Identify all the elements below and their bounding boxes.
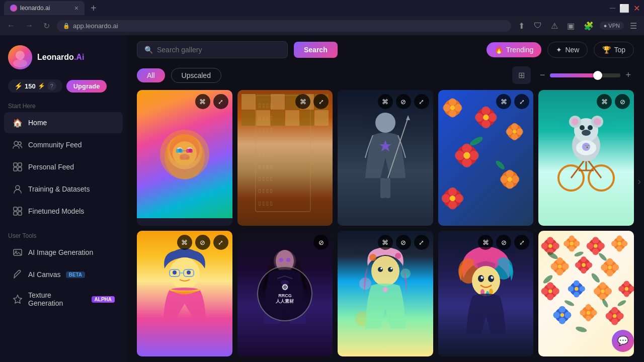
sidebar-item-personal-feed[interactable]: Personal Feed <box>4 156 123 177</box>
token-info-button[interactable]: ? <box>47 81 56 90</box>
svg-point-79 <box>448 188 457 196</box>
reload-button[interactable]: ↻ <box>40 20 53 32</box>
search-input[interactable] <box>157 46 280 54</box>
dislike-button-anime[interactable]: ⊘ <box>195 235 210 250</box>
svg-point-184 <box>598 252 608 262</box>
zoom-in-button[interactable]: + <box>622 69 634 81</box>
remix-button-warrior[interactable]: ⌘ <box>378 94 393 109</box>
svg-point-121 <box>388 267 393 272</box>
expand-button-warrior[interactable]: ⤢ <box>414 94 429 109</box>
svg-point-1 <box>16 51 25 60</box>
sparkle-icon: ✦ <box>556 46 562 54</box>
svg-point-84 <box>468 135 484 147</box>
svg-rect-26 <box>176 149 183 153</box>
dislike-button-pink[interactable]: ⊘ <box>396 235 411 250</box>
item-overlay-anime-girl: ⌘ ⊘ ⤢ <box>177 235 228 250</box>
dislike-button-koala[interactable]: ⊘ <box>615 94 630 109</box>
trending-button[interactable]: 🔥 Trending <box>487 42 542 57</box>
sidebar-toggle[interactable]: ▣ <box>564 20 578 32</box>
svg-text:𓉐 𓈎 𓎡 𓋹: 𓉐 𓈎 𓎡 𓋹 <box>258 139 272 146</box>
remix-button-colorful[interactable]: ⌘ <box>478 235 493 250</box>
dislike-button-warrior[interactable]: ⊘ <box>396 94 411 109</box>
remix-button-pink[interactable]: ⌘ <box>378 235 393 250</box>
personal-feed-icon <box>12 161 23 172</box>
sidebar-item-ai-image[interactable]: AI Image Generation <box>4 242 123 263</box>
share-button[interactable]: ⬆ <box>515 20 528 32</box>
token-count: ⚡ 150 ⚡ ? <box>8 79 62 93</box>
trophy-icon: 🏆 <box>602 46 611 54</box>
win-close[interactable]: ✕ <box>633 4 640 13</box>
sidebar-item-training[interactable]: Training & Datasets <box>4 178 123 200</box>
expand-button-hieroglyphs[interactable]: ⤢ <box>313 94 329 109</box>
gallery-item-colorful-girl[interactable]: ⌘ ⊘ ⤢ <box>438 231 534 356</box>
sidebar-item-texture[interactable]: Texture Generation ALPHA <box>4 286 123 312</box>
sidebar-item-finetuned[interactable]: Finetuned Models <box>4 201 123 222</box>
sidebar-item-community-feed[interactable]: Community Feed <box>4 134 123 155</box>
win-minimize[interactable]: ─ <box>610 4 615 13</box>
address-bar[interactable]: 🔒 app.leonardo.ai <box>57 20 511 32</box>
sidebar-item-home[interactable]: 🏠 Home <box>4 112 123 133</box>
svg-point-80 <box>455 194 463 203</box>
upgrade-button[interactable]: Upgrade <box>66 80 107 93</box>
svg-point-144 <box>553 243 559 249</box>
back-button[interactable]: ← <box>4 20 18 31</box>
remix-button-lion[interactable]: ⌘ <box>195 94 210 109</box>
alert-button[interactable]: ⚠ <box>548 20 561 32</box>
new-button[interactable]: ✦ New <box>547 42 588 58</box>
expand-button-anime[interactable]: ⤢ <box>213 235 228 250</box>
zoom-slider[interactable] <box>550 73 620 77</box>
gallery-item-anime-girl[interactable]: ⌘ ⊘ ⤢ <box>137 231 232 356</box>
remix-button-flowers[interactable]: ⌘ <box>496 94 511 109</box>
svg-point-123 <box>390 267 392 269</box>
svg-point-100 <box>588 125 593 130</box>
extensions-button[interactable]: 🧩 <box>581 20 597 32</box>
sidebar-home-label: Home <box>28 119 47 127</box>
svg-point-83 <box>450 196 455 201</box>
zoom-out-button[interactable]: − <box>537 69 548 81</box>
forward-button[interactable]: → <box>22 20 36 31</box>
svg-point-157 <box>594 244 598 248</box>
svg-point-204 <box>624 281 629 286</box>
expand-button-lion[interactable]: ⤢ <box>213 94 228 109</box>
sidebar-ai-canvas-label: AI Canvas <box>28 270 61 279</box>
gallery-item-lion[interactable]: ⌘ ⤢ <box>137 90 232 226</box>
svg-point-53 <box>450 106 454 110</box>
svg-point-135 <box>482 277 483 278</box>
item-overlay-pink-girl: ⌘ ⊘ ⤢ <box>378 235 429 250</box>
gallery-item-dark-warrior[interactable]: ⊘ ⚙ RRCG 人人素材 <box>237 231 333 356</box>
expand-button-dark[interactable]: ⊘ <box>313 235 329 250</box>
menu-button[interactable]: ☰ <box>627 20 640 32</box>
win-maximize[interactable]: ⬜ <box>619 4 629 13</box>
token-icon: ⚡ <box>14 82 23 90</box>
sidebar-item-ai-canvas[interactable]: AI Canvas BETA <box>4 264 123 285</box>
dislike-button-colorful[interactable]: ⊘ <box>496 235 511 250</box>
expand-button-pink[interactable]: ⤢ <box>414 235 429 250</box>
svg-point-122 <box>380 267 382 269</box>
shield-button[interactable]: 🛡 <box>531 20 545 31</box>
tab-close-button[interactable]: × <box>74 4 78 12</box>
gallery-item-pink-girl[interactable]: ⌘ ⊘ ⤢ <box>338 231 433 356</box>
search-button[interactable]: Search <box>294 42 338 58</box>
top-button[interactable]: 🏆 Top <box>594 42 634 58</box>
active-tab[interactable]: leonardo.ai × <box>4 1 85 15</box>
filter-all-button[interactable]: All <box>137 68 165 82</box>
remix-button-koala[interactable]: ⌘ <box>597 94 612 109</box>
gallery-item-flowers[interactable]: ⌘ ⤢ <box>438 90 534 226</box>
expand-button-flowers[interactable]: ⤢ <box>514 94 529 109</box>
sidebar-ai-image-label: AI Image Generation <box>28 248 93 256</box>
filter-upscaled-button[interactable]: Upscaled <box>171 68 221 83</box>
expand-button-colorful[interactable]: ⤢ <box>514 235 529 250</box>
chat-bubble-button[interactable]: 💬 <box>612 330 634 352</box>
svg-text:🐨: 🐨 <box>585 144 590 149</box>
svg-point-172 <box>581 268 587 274</box>
new-tab-button[interactable]: + <box>87 3 101 14</box>
gallery-item-hieroglyphs[interactable]: 𓂀 𓆣 𓇋 𓅓 𓏏 𓊪 𓄿 𓈖 𓆑 𓇯 𓏞 𓋴 𓉐 𓈎 𓎡 𓋹 𓂋 𓏤 𓊃 𓍢 … <box>237 90 333 226</box>
tab-bar: leonardo.ai × + ─ ⬜ ✕ <box>0 0 644 16</box>
remix-button-hieroglyphs[interactable]: ⌘ <box>295 94 310 109</box>
grid-view-button[interactable]: ⊞ <box>514 68 529 82</box>
remix-button-anime[interactable]: ⌘ <box>177 235 192 250</box>
gallery-item-koala[interactable]: 🐨 ⌘ ⊘ <box>538 90 634 226</box>
finetuned-icon <box>12 206 23 217</box>
top-bar: 🔍 Search 🔥 Trending ✦ New 🏆 Top <box>127 35 644 64</box>
gallery-item-warrior[interactable]: ⌘ ⊘ ⤢ <box>338 90 433 226</box>
